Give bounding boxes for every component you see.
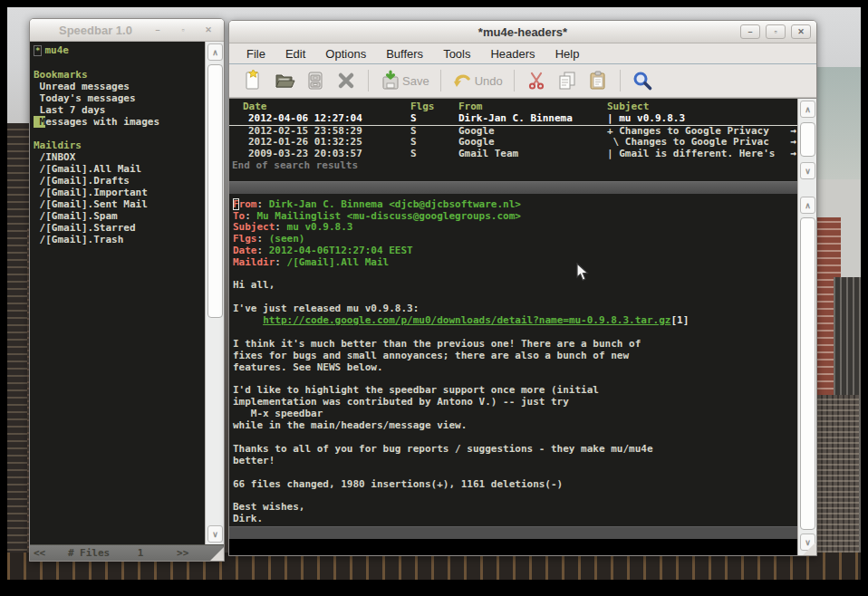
message-body: Hi all, I've just released mu v0.9.8.3: xyxy=(233,280,797,315)
message-header-subject: Subject: mu v0.9.8.3 xyxy=(233,222,797,234)
undo-button-label: Undo xyxy=(475,74,503,88)
speedbar-status-left[interactable]: << xyxy=(34,545,45,561)
new-file-button[interactable] xyxy=(238,68,269,93)
message-header-maildir: Maildir: /[Gmail].All Mail xyxy=(233,257,797,269)
speedbar-item-last-7-days[interactable]: Last 7 days xyxy=(34,104,205,116)
mouse-cursor xyxy=(576,263,589,282)
header-row[interactable]: 2009-03-23 20:03:57SGmail Team| Gmail is… xyxy=(229,149,797,160)
message-body: I think it's much better than the previo… xyxy=(233,327,797,525)
undo-button[interactable]: Undo xyxy=(448,68,507,93)
emacs-titlebar[interactable]: *mu4e-headers* – ▫ ✕ xyxy=(229,21,816,43)
headers-modeline[interactable]: U:%*-*mu4e-headers*All L1(mu4e-headers B… xyxy=(229,181,797,194)
resize-grip[interactable] xyxy=(210,547,224,561)
speedbar-item--gmail-starred[interactable]: /[Gmail].Starred xyxy=(34,222,205,234)
save-button[interactable]: Save xyxy=(375,68,434,93)
speedbar-scrollbar[interactable]: ∧ ∨ xyxy=(205,42,224,544)
column-subject[interactable]: Subject xyxy=(607,101,797,113)
scroll-down-icon[interactable]: ∨ xyxy=(207,525,223,543)
speedbar-item--gmail-trash[interactable]: /[Gmail].Trash xyxy=(34,234,205,245)
save-icon xyxy=(380,70,401,91)
speedbar-section-header: Bookmarks xyxy=(34,69,205,81)
copy-icon xyxy=(556,70,578,91)
emacs-scrollbar[interactable]: ∧ ∨ ∧ ∨ xyxy=(797,99,816,555)
headers-column-row: Date Flgs From Subject xyxy=(229,101,797,113)
speedbar-status-bar[interactable]: << # Files 1 >> xyxy=(30,544,224,561)
scroll-up-icon[interactable]: ∧ xyxy=(207,43,223,61)
close-buffer-button[interactable] xyxy=(331,68,362,93)
dired-button[interactable] xyxy=(300,68,331,93)
speedbar-item--gmail-all-mail[interactable]: /[Gmail].All Mail xyxy=(34,163,205,175)
speedbar-section-header: Maildirs xyxy=(34,139,205,151)
speedbar-status-right[interactable]: >> xyxy=(177,545,188,561)
speedbar-item--gmail-sent-mail[interactable]: /[Gmail].Sent Mail xyxy=(34,198,205,210)
headers-footer: End of search results xyxy=(229,160,797,172)
cut-button[interactable] xyxy=(521,68,552,93)
speedbar-item-unread-messages[interactable]: Unread messages xyxy=(34,81,205,92)
column-date[interactable]: Date xyxy=(243,101,410,113)
scrollbar-thumb[interactable] xyxy=(800,122,815,157)
link-footnote-ref: [1] xyxy=(670,314,689,326)
speedbar-item--gmail-drafts[interactable]: /[Gmail].Drafts xyxy=(34,175,205,187)
scroll-up-icon[interactable]: ∧ xyxy=(800,197,815,214)
menu-item-buffers[interactable]: Buffers xyxy=(376,45,433,62)
file-cabinet-icon xyxy=(304,70,326,91)
view-modeline[interactable]: U:%*-*mu4e-view*Top L1(mu4e:view) xyxy=(229,526,797,539)
text-cursor: F xyxy=(233,198,239,210)
speedbar-item--inbox[interactable]: /INBOX xyxy=(34,151,205,163)
undo-icon xyxy=(452,70,474,91)
speedbar-status-count: 1 xyxy=(138,545,144,561)
menu-item-tools[interactable]: Tools xyxy=(433,45,480,62)
menu-item-file[interactable]: File xyxy=(236,45,275,62)
speedbar-content: *mu4eBookmarks Unread messages Today's m… xyxy=(30,42,205,544)
column-flags[interactable]: Flgs xyxy=(410,101,458,113)
speedbar-item-today-s-messages[interactable]: Today's messages xyxy=(34,92,205,104)
speedbar-item--gmail-spam[interactable]: /[Gmail].Spam xyxy=(34,210,205,222)
new-file-icon xyxy=(243,70,265,91)
truncation-arrow-icon: → xyxy=(790,149,796,160)
column-from[interactable]: From xyxy=(458,101,607,113)
desktop: Speedbar 1.0 – ▫ ✕ *mu4eBookmarks Unread… xyxy=(0,0,868,596)
release-download-link[interactable]: http://code.google.com/p/mu0/downloads/d… xyxy=(263,314,670,326)
maximize-icon[interactable]: ▫ xyxy=(766,24,786,39)
toolbar-separator xyxy=(514,70,515,91)
copy-button[interactable] xyxy=(552,68,583,93)
close-icon[interactable]: ✕ xyxy=(791,24,811,39)
menu-item-help[interactable]: Help xyxy=(545,45,590,62)
open-file-button[interactable] xyxy=(269,68,300,93)
scroll-up-icon[interactable]: ∧ xyxy=(800,101,815,118)
header-row[interactable]: 2012-04-06 12:27:04SDirk-Jan C. Binnema|… xyxy=(229,113,797,126)
menu-item-edit[interactable]: Edit xyxy=(275,45,315,62)
resize-grip[interactable] xyxy=(803,542,816,555)
open-folder-icon xyxy=(274,70,295,91)
menu-item-options[interactable]: Options xyxy=(315,45,376,62)
scrollbar-thumb[interactable] xyxy=(207,64,223,318)
maximize-icon[interactable]: ▫ xyxy=(173,23,193,37)
minibuffer-echo-area[interactable] xyxy=(229,539,797,555)
search-icon xyxy=(632,70,653,91)
paste-button[interactable] xyxy=(583,68,613,93)
toolbar-separator xyxy=(620,70,621,91)
scissors-icon xyxy=(526,70,547,91)
toolbar: Save Undo xyxy=(229,64,816,98)
save-button-label: Save xyxy=(402,74,429,88)
search-button[interactable] xyxy=(627,68,658,93)
speedbar-window: Speedbar 1.0 – ▫ ✕ *mu4eBookmarks Unread… xyxy=(29,18,225,562)
expand-icon[interactable]: * xyxy=(34,45,42,56)
message-view-pane: From: Dirk-Jan C. Binnema <djcb@djcbsoft… xyxy=(229,194,797,526)
speedbar-root-item[interactable]: *mu4e xyxy=(34,44,205,57)
menu-item-headers[interactable]: Headers xyxy=(480,45,545,62)
speedbar-titlebar[interactable]: Speedbar 1.0 – ▫ ✕ xyxy=(30,19,224,42)
message-link-line: http://code.google.com/p/mu0/downloads/d… xyxy=(233,315,797,327)
speedbar-status-label: # Files xyxy=(68,545,110,561)
menu-bar: FileEditOptionsBuffersToolsHeadersHelp xyxy=(229,43,816,64)
speedbar-item--gmail-important[interactable]: /[Gmail].Important xyxy=(34,187,205,198)
scrollbar-thumb[interactable] xyxy=(800,217,815,530)
minimize-icon[interactable]: – xyxy=(148,23,168,37)
close-icon[interactable]: ✕ xyxy=(198,23,218,37)
scroll-down-icon[interactable]: ∨ xyxy=(800,162,815,179)
toolbar-separator xyxy=(368,70,369,91)
toolbar-separator xyxy=(440,70,441,91)
minimize-icon[interactable]: – xyxy=(740,24,760,39)
speedbar-item-messages-with-images[interactable]: Messages with images xyxy=(34,116,205,128)
clipboard-icon xyxy=(587,70,609,91)
